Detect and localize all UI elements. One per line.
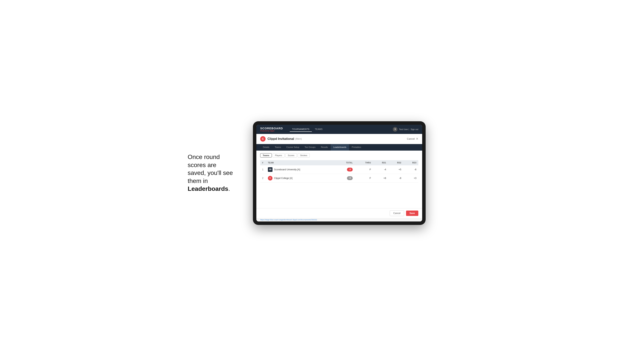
text-line1: Once round xyxy=(188,154,220,160)
save-button[interactable]: Save xyxy=(406,210,418,216)
top-navigation: SCOREBOARD Powered by clippd Tournaments… xyxy=(256,125,422,134)
tournament-header: C Clippd Invitational (Men) Cancel ✕ xyxy=(256,134,422,144)
left-description: Once round scores are saved, you'll see … xyxy=(188,153,242,193)
tab-results[interactable]: Results xyxy=(318,144,331,151)
tablet-device: SCOREBOARD Powered by clippd Tournaments… xyxy=(253,121,426,225)
tournament-icon: C xyxy=(260,136,266,142)
bottom-bar: Cancel Save xyxy=(256,208,422,218)
logo-sub: Powered by clippd xyxy=(260,130,283,132)
cell-thru: F xyxy=(354,165,373,174)
filter-buttons: Teams Players Scores Strokes xyxy=(260,153,418,158)
user-avatar: S xyxy=(393,127,398,132)
filter-players-button[interactable]: Players xyxy=(272,153,284,158)
close-icon: ✕ xyxy=(416,137,418,141)
team-logo: SB xyxy=(268,167,272,172)
tab-leaderboards[interactable]: Leaderboards xyxy=(331,144,349,151)
tournament-subtitle: (Men) xyxy=(295,137,302,140)
cancel-label: Cancel xyxy=(407,137,415,140)
tablet-screen: SCOREBOARD Powered by clippd Tournaments… xyxy=(256,125,422,221)
url-bar: https://stage-blue-coach.stageskoreboard… xyxy=(256,218,422,221)
col-thru: THRU xyxy=(354,160,373,165)
cell-thru: F xyxy=(354,174,373,182)
logo-text: SCOREBOARD xyxy=(260,127,283,130)
user-name: Test User | xyxy=(399,128,409,131)
cancel-header-button[interactable]: Cancel ✕ xyxy=(407,137,418,141)
cell-total: -5 xyxy=(335,165,354,174)
team-logo: C xyxy=(268,176,272,180)
tab-teams[interactable]: Teams xyxy=(272,144,284,151)
col-rank: # xyxy=(260,160,266,165)
nav-tournaments[interactable]: Tournaments xyxy=(290,127,312,132)
tab-tee-groups[interactable]: Tee Groups xyxy=(302,144,318,151)
cell-rd3: +3 xyxy=(403,174,418,182)
col-team: TEAM xyxy=(266,160,335,165)
text-period: . xyxy=(228,185,230,192)
cell-rd1: +8 xyxy=(373,174,388,182)
cell-rd3: -6 xyxy=(403,165,418,174)
cell-team: CClippd College [A] xyxy=(266,174,335,182)
col-rd1: RD1 xyxy=(373,160,388,165)
tournament-title: Clippd Invitational xyxy=(268,137,294,141)
text-line3: saved, you'll see xyxy=(188,169,233,176)
cell-rank: 2 xyxy=(260,174,266,182)
text-line4: them in xyxy=(188,177,208,184)
nav-links: Tournaments Teams xyxy=(290,127,388,132)
leaderboard-content: Teams Players Scores Strokes # TEAM TOTA… xyxy=(256,151,422,185)
tab-printables[interactable]: Printables xyxy=(349,144,364,151)
logo-sub-prefix: Powered by xyxy=(260,130,270,132)
cell-team: SBScoreboard University [A] xyxy=(266,165,335,174)
filter-strokes-button[interactable]: Strokes xyxy=(298,153,310,158)
tablet-screen-wrapper: SCOREBOARD Powered by clippd Tournaments… xyxy=(256,125,422,221)
tab-course-setup[interactable]: Course Setup xyxy=(284,144,302,151)
nav-teams[interactable]: Teams xyxy=(312,127,325,132)
logo-area: SCOREBOARD Powered by clippd xyxy=(260,127,283,132)
leaderboard-table: # TEAM TOTAL THRU RD1 RD2 RD3 1SBScorebo… xyxy=(260,160,418,182)
table-row: 2CClippd College [A]+3F+8-8+3 xyxy=(260,174,418,182)
tab-navigation: Details Teams Course Setup Tee Groups Re… xyxy=(256,144,422,151)
text-leaderboards-bold: Leaderboards xyxy=(188,185,228,192)
filter-scores-button[interactable]: Scores xyxy=(285,153,297,158)
cell-rd2: +5 xyxy=(388,165,403,174)
cancel-button[interactable]: Cancel xyxy=(390,210,404,216)
logo-brand-name: clippd xyxy=(270,130,274,132)
col-rd2: RD2 xyxy=(388,160,403,165)
nav-right: S Test User | Sign out xyxy=(393,127,418,132)
cell-total: +3 xyxy=(335,174,354,182)
cell-rd2: -8 xyxy=(388,174,403,182)
cell-rd1: -4 xyxy=(373,165,388,174)
filter-teams-button[interactable]: Teams xyxy=(260,153,272,158)
text-line2: scores are xyxy=(188,162,216,169)
tab-details[interactable]: Details xyxy=(260,144,272,151)
sign-out-link[interactable]: Sign out xyxy=(411,128,418,131)
col-total: TOTAL xyxy=(335,160,354,165)
table-row: 1SBScoreboard University [A]-5F-4+5-6 xyxy=(260,165,418,174)
cell-rank: 1 xyxy=(260,165,266,174)
col-rd3: RD3 xyxy=(403,160,418,165)
